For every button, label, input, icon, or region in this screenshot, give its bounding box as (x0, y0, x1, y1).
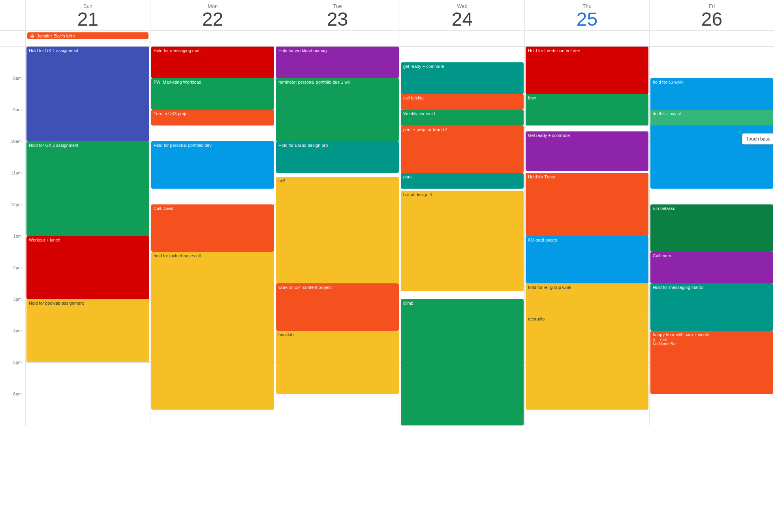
time-label-6pm: 6pm (0, 392, 25, 423)
event-thu-2[interactable]: Get ready + commute (526, 131, 648, 171)
event-title: Weekly content t (403, 111, 521, 116)
event-fri-5[interactable]: happy hour with sam + nicole5 – 7pmNo Na… (650, 331, 773, 394)
all-day-cell-fri (649, 31, 774, 46)
hour-line-8am (400, 47, 524, 47)
birthday-label: Jennifer Blair's birth (37, 34, 75, 38)
day-number: 25 (526, 10, 648, 29)
event-title: booklab (278, 332, 396, 337)
time-gutter: 8am9am10am11am12pm1pm2pm3pm4pm5pm6pm (0, 47, 25, 532)
event-title: hold for taylor/house call (154, 253, 272, 259)
event-thu-6[interactable]: re:studio (526, 315, 648, 410)
hour-line-12pm (275, 173, 400, 173)
event-tue-4[interactable]: work on ux4 content project (276, 283, 399, 331)
event-fri-3[interactable]: Call mom (650, 252, 773, 283)
event-thu-1[interactable]: bbw (526, 94, 648, 126)
event-extra-info: No Name Bar (653, 342, 771, 346)
time-label-5pm: 5pm (0, 360, 25, 392)
event-title: CU grad pages (528, 237, 646, 243)
event-title: reminder: personal portfolio due 1 wk (278, 79, 396, 85)
event-wed-6[interactable]: climb (401, 299, 524, 425)
cake-icon: 🎂 (30, 33, 35, 38)
event-thu-5[interactable]: hold for re: group work (526, 283, 648, 315)
event-fri-2[interactable]: run betasso (650, 204, 773, 252)
hour-line-8am (650, 47, 774, 47)
event-title: bbw (528, 95, 646, 101)
day-header-thu: Thu 25 (524, 0, 649, 30)
event-tue-2[interactable]: Hold for Brand design pro (276, 141, 399, 173)
event-title: hold for re: group work (528, 285, 646, 290)
time-label-9am: 9am (0, 107, 25, 139)
event-title: Hold for personal portfolio dev (154, 142, 272, 148)
time-label-2pm: 2pm (0, 265, 25, 297)
event-title: print + prep for brand 4 (403, 127, 521, 132)
event-thu-4[interactable]: CU grad pages (526, 236, 648, 283)
time-label-4pm: 4pm (0, 328, 25, 360)
event-mon-0[interactable]: Hold for messaging matr (151, 47, 274, 78)
all-day-row: 🎂 Jennifer Blair's birth (0, 31, 774, 47)
event-tue-1[interactable]: reminder: personal portfolio due 1 wk (276, 78, 399, 141)
day-headers-row: Sun 21 Mon 22 Tue 23 Wed 24 Thu 25 Fri 2… (0, 0, 774, 31)
event-title: run betasso (653, 206, 771, 211)
event-wed-3[interactable]: print + prep for brand 4 (401, 126, 524, 173)
event-tue-3[interactable]: ux3 (276, 177, 399, 283)
hour-line-6pm (26, 362, 150, 363)
event-wed-1[interactable]: call brizida (401, 94, 524, 110)
event-title: brand design 4 (403, 192, 521, 197)
day-number: 21 (27, 10, 148, 29)
event-title: hold for cu work (653, 79, 771, 85)
event-sun-1[interactable]: Hold for UX 2 assignment (26, 141, 149, 236)
event-time: 5 – 7pm (653, 337, 771, 342)
day-name: Wed (402, 3, 523, 9)
time-grid: 8am9am10am11am12pm1pm2pm3pm4pm5pm6pm Hol… (0, 47, 774, 532)
time-label-1pm: 1pm (0, 234, 25, 265)
event-thu-0[interactable]: Hold for Leeds content dev (526, 47, 648, 94)
time-label-12pm: 12pm (0, 202, 25, 234)
event-mon-5[interactable]: hold for taylor/house call (151, 252, 274, 410)
event-title: climb (403, 300, 521, 306)
event-wed-2[interactable]: Weekly content t (401, 110, 524, 126)
event-sun-2[interactable]: Workout + lunch (26, 236, 149, 299)
event-mon-2[interactable]: Turn in UX3 proje (151, 110, 274, 126)
day-column-wed: get ready + commutecall brizidaWeekly co… (400, 47, 524, 425)
day-name: Mon (152, 3, 273, 9)
birthday-event[interactable]: 🎂 Jennifer Blair's birth (27, 32, 148, 39)
touch-base-popup[interactable]: Touch base (742, 133, 774, 144)
event-tue-5[interactable]: booklab (276, 331, 399, 394)
event-mon-4[interactable]: Call David (151, 204, 274, 252)
event-title: re:studio (528, 316, 646, 322)
event-sun-3[interactable]: Hold for booklab assignment (26, 299, 149, 362)
event-title: Hold for messaging matr (154, 48, 272, 53)
day-header-fri: Fri 26 (649, 0, 774, 30)
day-number: 23 (277, 10, 398, 29)
day-name: Sun (27, 3, 148, 9)
event-title: Call mom (653, 253, 771, 259)
event-fri-1[interactable]: do this - pay st (650, 110, 773, 126)
event-title: Hold for Leeds content dev (528, 48, 646, 53)
event-title: Hold for messaging matrix (653, 285, 771, 290)
day-column-tue: Hold for workload managreminder: persona… (275, 47, 400, 425)
all-day-cell-tue (275, 31, 400, 46)
time-label-3pm: 3pm (0, 297, 25, 328)
event-sun-0[interactable]: Hold for UX 1 assignemnt (26, 47, 149, 141)
day-name: Fri (651, 3, 772, 9)
event-fri-4[interactable]: Hold for messaging matrix (650, 283, 773, 331)
day-name: Tue (277, 3, 398, 9)
event-mon-1[interactable]: FW: Marketing Workload (151, 78, 274, 110)
event-tue-0[interactable]: Hold for workload manag (276, 47, 399, 78)
gmt-header-spacer (0, 0, 25, 30)
all-day-gmt (0, 31, 25, 46)
event-mon-3[interactable]: Hold for personal portfolio dev (151, 141, 274, 189)
event-thu-3[interactable]: Hold for Tracy (526, 173, 648, 236)
all-day-cell-wed (400, 31, 524, 46)
event-title: Hold for UX 2 assignment (29, 142, 147, 148)
event-title: Get ready + commute (528, 133, 646, 138)
day-number: 26 (651, 10, 772, 29)
event-title: Turn in UX3 proje (154, 111, 272, 116)
event-title: Hold for booklab assignment (29, 300, 147, 306)
all-day-cell-sun: 🎂 Jennifer Blair's birth (25, 31, 150, 46)
event-wed-4[interactable]: park (401, 173, 524, 189)
event-title: Hold for UX 1 assignemnt (29, 48, 147, 53)
event-wed-5[interactable]: brand design 4 (401, 191, 524, 291)
event-wed-0[interactable]: get ready + commute (401, 62, 524, 94)
event-title: get ready + commute (403, 64, 521, 69)
